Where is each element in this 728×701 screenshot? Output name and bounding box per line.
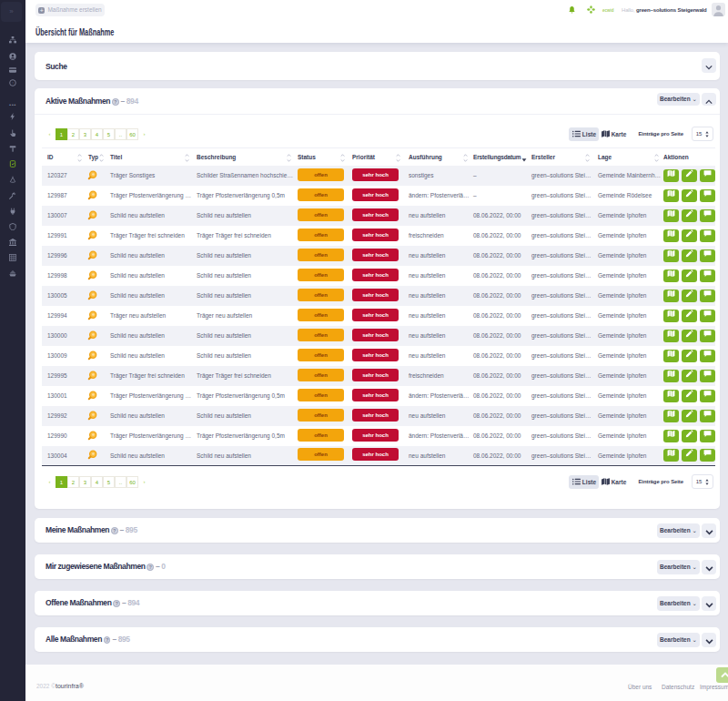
svg-text:!: ! [12, 81, 13, 86]
